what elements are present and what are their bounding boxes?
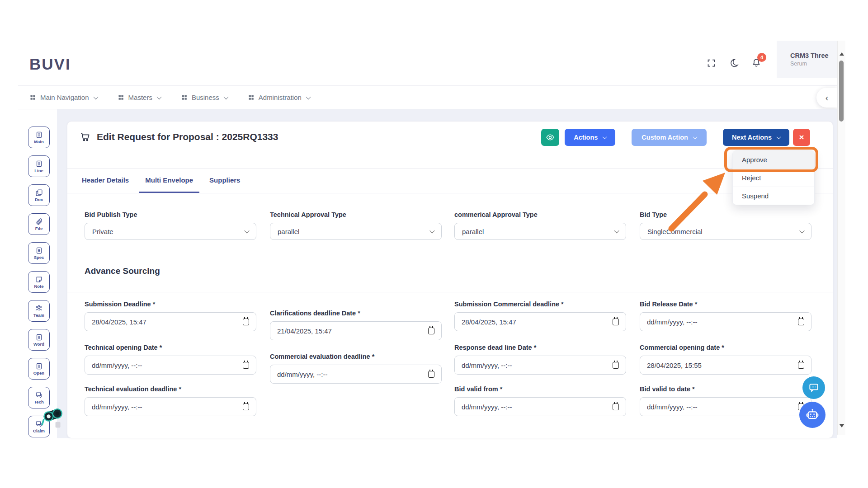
next-actions-button[interactable]: Next Actions (723, 129, 789, 146)
sidebar-item-label: Tech (34, 399, 43, 404)
nav-item-main-navigation[interactable]: Main Navigation (29, 94, 98, 101)
select-value: SingleCommercial (647, 228, 703, 235)
nav-item-label: Business (192, 94, 219, 101)
datetime-input-bid-valid-to-date[interactable]: dd/mm/yyyy, --:-- (640, 397, 811, 416)
tab-multi-envelope[interactable]: Multi Envelope (139, 169, 199, 193)
datetime-input-bid-valid-from[interactable]: dd/mm/yyyy, --:-- (454, 397, 626, 416)
actions-button[interactable]: Actions (565, 129, 615, 146)
datetime-value: dd/mm/yyyy, --:-- (92, 403, 142, 411)
datetime-input-submission-deadline[interactable]: 28/04/2025, 15:47 (85, 312, 256, 331)
select-bid-publish-type[interactable]: Private (85, 223, 256, 240)
sidebar-item-main[interactable]: Main (28, 127, 50, 148)
calendar-icon[interactable] (613, 362, 619, 369)
user-menu[interactable]: CRM3 Three Serum (777, 41, 837, 78)
sidebar-item-tech[interactable]: Tech (28, 387, 50, 408)
nav-item-administration[interactable]: Administration (248, 94, 310, 101)
tab-header-details[interactable]: Header Details (75, 169, 135, 193)
grid-icon (29, 94, 36, 101)
select-commerical-approval-type[interactable]: parallel (454, 223, 626, 240)
datetime-input-response-dead-line-date[interactable]: dd/mm/yyyy, --:-- (454, 356, 626, 375)
fullscreen-button[interactable] (705, 57, 717, 69)
field-label: Technical evaluation deadline * (85, 385, 256, 393)
chevron-down-icon (777, 135, 781, 139)
datetime-value: dd/mm/yyyy, --:-- (277, 371, 327, 378)
chat-bubble-icon (808, 382, 820, 394)
doc-lines-icon (35, 247, 43, 254)
eye-button[interactable] (541, 129, 559, 146)
calendar-icon[interactable] (613, 319, 619, 325)
sidebar-item-note[interactable]: Note (28, 271, 50, 293)
field-bid-valid-to-date: Bid valid to date *dd/mm/yyyy, --:-- (640, 385, 811, 416)
sidebar-item-line[interactable]: Line (28, 155, 50, 177)
nav-item-label: Main Navigation (40, 94, 89, 101)
menubar-items: Main NavigationMastersBusinessAdministra… (29, 86, 310, 109)
custom-action-button[interactable]: Custom Action (632, 129, 707, 146)
main-menubar: Main NavigationMastersBusinessAdministra… (18, 86, 837, 109)
datetime-input-technical-evaluation-deadline[interactable]: dd/mm/yyyy, --:-- (85, 397, 256, 416)
close-icon: × (799, 132, 804, 142)
sidebar-item-label: Open (33, 371, 44, 375)
datetime-input-commercial-opening-date[interactable]: 28/04/2025, 15:55 (640, 356, 811, 375)
field-label: Commercial evaluation deadline * (270, 353, 442, 360)
header-icon-group: 4 (705, 57, 762, 69)
field-technical-opening-date: Technical opening Date *dd/mm/yyyy, --:-… (85, 344, 256, 375)
sidebar-item-word[interactable]: Word (28, 329, 50, 351)
tab-suppliers[interactable]: Suppliers (203, 169, 246, 193)
select-bid-type[interactable]: SingleCommercial (640, 223, 811, 240)
team-icon (35, 304, 43, 312)
notifications-button[interactable]: 4 (750, 57, 762, 69)
calendar-icon[interactable] (798, 319, 804, 325)
datetime-input-commercial-evaluation-deadline[interactable]: dd/mm/yyyy, --:-- (270, 365, 442, 384)
calendar-icon[interactable] (243, 362, 249, 369)
chevron-down-icon (306, 94, 311, 99)
close-button[interactable]: × (793, 129, 810, 146)
scroll-up-arrow[interactable] (840, 52, 844, 56)
datetime-input-technical-opening-date[interactable]: dd/mm/yyyy, --:-- (85, 356, 256, 375)
datetime-value: 28/04/2025, 15:47 (462, 318, 516, 326)
sidebar-item-open[interactable]: Open (28, 358, 50, 380)
calendar-icon[interactable] (798, 362, 804, 369)
scrollbar-thumb[interactable] (839, 61, 844, 122)
dark-mode-button[interactable] (728, 57, 740, 69)
calendar-icon[interactable] (243, 319, 249, 325)
calendar-icon[interactable] (243, 404, 249, 410)
nav-item-masters[interactable]: Masters (118, 94, 161, 101)
datetime-input-bid-release-date[interactable]: dd/mm/yyyy, --:-- (640, 312, 811, 331)
chat-fab-button[interactable] (802, 376, 825, 399)
datetime-input-submission-commercial-deadline[interactable]: 28/04/2025, 15:47 (454, 312, 626, 331)
datetime-value: dd/mm/yyyy, --:-- (462, 361, 512, 369)
calendar-icon[interactable] (613, 404, 619, 410)
sidebar-collapse-button[interactable]: ‹ (816, 88, 837, 108)
field-label: Bid valid to date * (640, 385, 811, 393)
field-label: commerical Approval Type (454, 211, 626, 218)
sidebar-item-team[interactable]: Team (28, 300, 50, 322)
field-label: Commercial opening date * (640, 344, 811, 351)
menu-item-suspend[interactable]: Suspend (733, 187, 814, 205)
chevron-down-icon (614, 228, 619, 233)
select-technical-approval-type[interactable]: parallel (270, 223, 442, 240)
sidebar-item-label: Spec (34, 255, 44, 260)
chevron-down-icon (693, 135, 697, 139)
doc-lines-icon (35, 333, 43, 341)
note-icon (35, 276, 43, 283)
paperclip-icon (35, 218, 43, 225)
next-actions-button-label: Next Actions (732, 134, 772, 141)
field-technical-approval-type: Technical Approval Typeparallel (270, 211, 442, 240)
menu-item-approve[interactable]: Approve (733, 151, 814, 169)
menu-item-reject[interactable]: Reject (733, 169, 814, 187)
nav-item-business[interactable]: Business (181, 94, 228, 101)
sidebar-item-claim[interactable]: Claim (28, 416, 50, 437)
sidebar-item-spec[interactable]: Spec (28, 242, 50, 264)
grid-icon (118, 94, 124, 101)
sidebar-item-file[interactable]: File (28, 213, 50, 235)
scroll-down-arrow[interactable] (840, 424, 844, 427)
assistant-fab-button[interactable] (799, 402, 826, 428)
calendar-icon[interactable] (428, 328, 434, 334)
sidebar-item-doc[interactable]: Doc (28, 184, 50, 206)
calendar-icon[interactable] (428, 371, 434, 378)
field-label: Response dead line Date * (454, 344, 626, 351)
field-technical-evaluation-deadline: Technical evaluation deadline *dd/mm/yyy… (85, 385, 256, 416)
datetime-input-clarifications-deadline-date[interactable]: 21/04/2025, 15:47 (270, 321, 442, 340)
tool-sidebar: MainLineDocFileSpecNoteTeamWordOpenTechC… (18, 109, 57, 438)
next-actions-menu: ApproveRejectSuspend (732, 150, 815, 205)
